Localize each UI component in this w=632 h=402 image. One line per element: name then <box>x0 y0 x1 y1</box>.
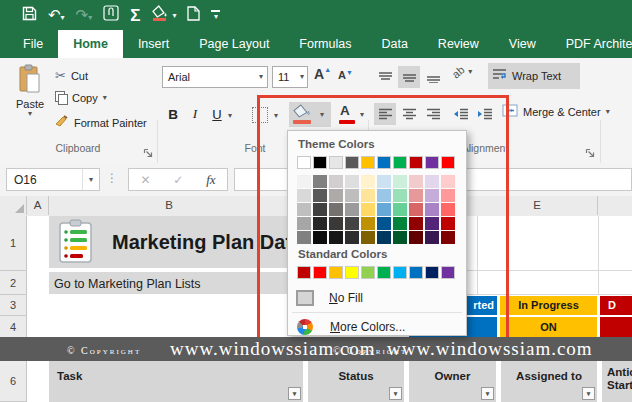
color-swatch[interactable] <box>361 231 375 244</box>
color-swatch[interactable] <box>313 156 327 169</box>
table-header-task[interactable]: Task▾ <box>49 361 303 402</box>
color-swatch[interactable] <box>345 189 359 202</box>
color-swatch[interactable] <box>441 231 455 244</box>
color-swatch[interactable] <box>393 189 407 202</box>
row-header-4[interactable]: 4 <box>0 316 27 338</box>
more-colors-item[interactable]: More Colors... <box>288 315 466 339</box>
color-swatch[interactable] <box>425 175 439 188</box>
fill-color-caret-icon[interactable]: ▾ <box>172 11 176 20</box>
color-swatch[interactable] <box>425 189 439 202</box>
color-swatch[interactable] <box>377 231 391 244</box>
color-swatch[interactable] <box>377 189 391 202</box>
tab-insert[interactable]: Insert <box>123 30 184 58</box>
autosum-icon[interactable]: Σ <box>130 7 140 24</box>
color-swatch[interactable] <box>441 203 455 216</box>
paste-button[interactable]: Paste ▾ <box>8 64 52 142</box>
status-cell-red-row4[interactable] <box>600 317 632 338</box>
font-size-combo[interactable]: 11 ▾ <box>272 66 308 88</box>
merge-center-button[interactable]: Merge & Center ▾ <box>502 103 610 121</box>
color-swatch[interactable] <box>393 217 407 230</box>
color-swatch[interactable] <box>409 217 423 230</box>
filter-dropdown-icon[interactable]: ▾ <box>582 387 595 400</box>
name-box[interactable]: O16 ▾ <box>6 168 100 191</box>
name-box-caret-icon[interactable]: ▾ <box>82 169 99 190</box>
color-swatch[interactable] <box>361 266 375 279</box>
color-swatch[interactable] <box>329 231 343 244</box>
color-swatch[interactable] <box>297 189 311 202</box>
color-swatch[interactable] <box>329 217 343 230</box>
color-swatch[interactable] <box>345 175 359 188</box>
color-swatch[interactable] <box>409 189 423 202</box>
color-swatch[interactable] <box>345 266 359 279</box>
cut-button[interactable]: ✂ Cut <box>55 68 88 83</box>
marketing-lists-link[interactable]: Go to Marketing Plan Lists <box>49 277 201 291</box>
color-swatch[interactable] <box>409 175 423 188</box>
qat-customize-icon[interactable]: ▾ <box>211 10 220 21</box>
italic-button[interactable]: I <box>186 103 204 125</box>
color-swatch[interactable] <box>425 231 439 244</box>
color-swatch[interactable] <box>393 203 407 216</box>
copy-caret-icon[interactable]: ▾ <box>103 94 107 102</box>
wrap-text-button[interactable]: Wrap Text <box>488 63 580 89</box>
color-swatch[interactable] <box>377 217 391 230</box>
table-header-anticipated-start[interactable]: Anticipated Start <box>602 361 632 402</box>
color-swatch[interactable] <box>377 175 391 188</box>
color-swatch[interactable] <box>329 156 343 169</box>
color-swatch[interactable] <box>377 266 391 279</box>
color-swatch[interactable] <box>329 175 343 188</box>
font-name-combo[interactable]: Arial ▾ <box>162 66 268 88</box>
color-swatch[interactable] <box>297 175 311 188</box>
tab-pdf-architect-5-c[interactable]: PDF Architect 5 C <box>551 30 632 58</box>
tab-data[interactable]: Data <box>366 30 422 58</box>
align-middle-icon[interactable] <box>398 66 420 88</box>
tab-home[interactable]: Home <box>58 30 123 58</box>
tab-page-layout[interactable]: Page Layout <box>184 30 284 58</box>
color-swatch[interactable] <box>393 156 407 169</box>
no-fill-item[interactable]: No Fill <box>288 285 466 311</box>
color-swatch[interactable] <box>313 231 327 244</box>
format-painter-button[interactable]: Format Painter <box>55 114 147 132</box>
clipboard-dialog-launcher-icon[interactable] <box>143 144 153 162</box>
color-swatch[interactable] <box>441 217 455 230</box>
color-swatch[interactable] <box>425 203 439 216</box>
attachment-icon[interactable] <box>103 5 119 25</box>
color-swatch[interactable] <box>409 156 423 169</box>
tab-file[interactable]: File <box>8 30 58 58</box>
align-top-icon[interactable] <box>374 66 396 88</box>
name-box-splitter[interactable]: ⋮ <box>106 171 118 185</box>
underline-button[interactable]: U <box>208 103 226 125</box>
row-header-2[interactable]: 2 <box>0 271 27 295</box>
color-swatch[interactable] <box>377 156 391 169</box>
color-swatch[interactable] <box>361 217 375 230</box>
color-swatch[interactable] <box>425 217 439 230</box>
color-swatch[interactable] <box>361 156 375 169</box>
insert-function-icon[interactable]: fx <box>206 172 215 188</box>
color-swatch[interactable] <box>441 156 455 169</box>
color-swatch[interactable] <box>345 231 359 244</box>
color-swatch[interactable] <box>441 266 455 279</box>
color-swatch[interactable] <box>297 266 311 279</box>
color-swatch[interactable] <box>393 231 407 244</box>
orientation-caret-icon[interactable]: ▾ <box>468 68 472 76</box>
color-swatch[interactable] <box>377 203 391 216</box>
color-swatch[interactable] <box>297 217 311 230</box>
color-swatch[interactable] <box>345 156 359 169</box>
color-swatch[interactable] <box>361 203 375 216</box>
color-swatch[interactable] <box>425 266 439 279</box>
color-swatch[interactable] <box>313 175 327 188</box>
merge-center-caret-icon[interactable]: ▾ <box>606 108 610 116</box>
color-swatch[interactable] <box>329 203 343 216</box>
color-swatch[interactable] <box>297 156 311 169</box>
color-swatch[interactable] <box>441 189 455 202</box>
color-swatch[interactable] <box>361 175 375 188</box>
table-header-status[interactable]: Status▾ <box>308 361 404 402</box>
color-swatch[interactable] <box>329 266 343 279</box>
color-swatch[interactable] <box>409 203 423 216</box>
tab-view[interactable]: View <box>494 30 551 58</box>
color-swatch[interactable] <box>313 266 327 279</box>
color-swatch[interactable] <box>409 231 423 244</box>
row-header-1[interactable]: 1 <box>0 216 27 271</box>
font-name-caret-icon[interactable]: ▾ <box>259 73 267 81</box>
new-file-icon[interactable] <box>187 6 200 25</box>
undo-button[interactable]: ↶▾ <box>48 6 65 24</box>
